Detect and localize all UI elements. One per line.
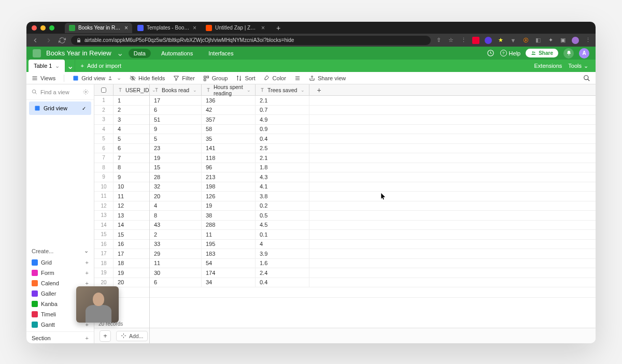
row-number[interactable]: 1 xyxy=(94,96,114,105)
cell[interactable]: 12 xyxy=(114,201,150,211)
extension-icon[interactable]: ⦿ xyxy=(522,37,529,44)
back-button[interactable] xyxy=(31,36,40,45)
extension-icon[interactable]: ★ xyxy=(497,37,504,44)
table-row[interactable]: 99282134.3 xyxy=(94,172,596,182)
cell[interactable]: 54 xyxy=(202,259,256,268)
cell[interactable]: 0.5 xyxy=(256,211,309,220)
table-row[interactable]: 1414432884.5 xyxy=(94,221,596,230)
add-menu-button[interactable]: Add... xyxy=(116,331,148,341)
cell[interactable]: 9 xyxy=(150,125,202,134)
chrome-menu-icon[interactable]: ⋮ xyxy=(584,37,591,44)
cell[interactable]: 3 xyxy=(114,115,150,124)
extension-icon[interactable]: ◧ xyxy=(534,37,542,44)
add-record-button[interactable]: + xyxy=(100,330,111,342)
column-header[interactable]: Books read⌄ xyxy=(150,84,202,95)
color-button[interactable]: Color xyxy=(264,75,286,81)
new-tab-button[interactable]: + xyxy=(273,24,284,32)
table-row[interactable]: 77191182.1 xyxy=(94,153,596,163)
close-tab-icon[interactable]: × xyxy=(261,24,265,32)
cell[interactable]: 13 xyxy=(114,211,150,220)
url-input[interactable]: airtable.com/appkM6uP5oF0qz5wS/tbltkpRvb… xyxy=(71,36,431,45)
row-number[interactable]: 15 xyxy=(94,230,114,239)
extension-icon[interactable] xyxy=(472,37,479,44)
cell[interactable]: 19 xyxy=(150,153,202,163)
row-number[interactable]: 18 xyxy=(94,259,114,268)
cell[interactable]: 6 xyxy=(114,144,150,153)
base-menu-caret[interactable]: ⌄ xyxy=(117,48,123,58)
table-row[interactable]: 8815961.8 xyxy=(94,163,596,173)
cell[interactable]: 43 xyxy=(150,221,202,230)
cell[interactable]: 136 xyxy=(202,96,256,105)
reload-button[interactable] xyxy=(58,36,67,45)
sort-button[interactable]: Sort xyxy=(236,75,255,81)
cell[interactable]: 18 xyxy=(114,259,150,268)
row-number[interactable]: 4 xyxy=(94,125,114,134)
row-number[interactable]: 5 xyxy=(94,134,114,143)
add-or-import-button[interactable]: +Add or import xyxy=(75,63,126,69)
cell[interactable]: 183 xyxy=(202,249,256,258)
row-number[interactable]: 9 xyxy=(94,172,114,182)
sidebar-viewtype-grid[interactable]: Grid+ xyxy=(26,257,94,268)
column-header[interactable]: Hours spent reading⌄ xyxy=(202,84,256,95)
cell[interactable]: 4.3 xyxy=(256,172,309,182)
table-row[interactable]: 1616331954 xyxy=(94,240,596,250)
views-sidebar-toggle[interactable]: Views xyxy=(32,75,55,81)
webcam-thumbnail[interactable] xyxy=(76,286,119,323)
maximize-window-button[interactable] xyxy=(49,25,54,31)
row-height-button[interactable] xyxy=(294,75,301,81)
cell[interactable]: 96 xyxy=(202,163,256,172)
cell[interactable]: 35 xyxy=(202,134,256,143)
cell[interactable]: 28 xyxy=(150,172,202,182)
cell[interactable]: 10 xyxy=(114,182,150,192)
row-number[interactable]: 14 xyxy=(94,221,114,230)
extension-icon[interactable]: ▣ xyxy=(559,37,567,44)
row-number[interactable]: 6 xyxy=(94,144,114,153)
table-row[interactable]: 15152110.1 xyxy=(94,230,596,240)
table-row[interactable]: 1111201263.8 xyxy=(94,192,596,201)
close-window-button[interactable] xyxy=(32,25,37,31)
cell[interactable]: 8 xyxy=(114,163,150,172)
cell[interactable]: 17 xyxy=(114,249,150,258)
chevron-down-icon[interactable]: ⌄ xyxy=(55,63,60,69)
cell[interactable]: 0.2 xyxy=(256,201,309,211)
cell[interactable]: 3.8 xyxy=(256,192,309,201)
cell[interactable]: 15 xyxy=(114,230,150,239)
group-button[interactable]: Group xyxy=(203,75,228,81)
row-number[interactable]: 11 xyxy=(94,192,114,201)
extension-icon[interactable] xyxy=(485,37,492,44)
sidebar-viewtype-form[interactable]: Form+ xyxy=(26,268,94,278)
cell[interactable]: 8 xyxy=(150,211,202,220)
create-view-header[interactable]: Create... ⌄ xyxy=(26,244,94,257)
cell[interactable]: 1.6 xyxy=(256,259,309,268)
chrome-tab[interactable]: Templates - Books - Year in Re× xyxy=(133,23,201,33)
cell[interactable]: 38 xyxy=(202,211,256,220)
table-row[interactable]: 20206340.4 xyxy=(94,278,596,288)
cell[interactable]: 34 xyxy=(202,278,256,287)
forward-button[interactable] xyxy=(44,36,53,45)
cell[interactable]: 2.5 xyxy=(256,144,309,153)
table-row[interactable]: 11171362.1 xyxy=(94,96,596,106)
nav-data[interactable]: Data xyxy=(129,49,151,58)
row-number[interactable]: 19 xyxy=(94,268,114,278)
cell[interactable]: 357 xyxy=(202,115,256,124)
table-tab[interactable]: Table 1 ⌄ xyxy=(29,60,65,72)
cell[interactable]: 16 xyxy=(114,240,150,249)
cell[interactable]: 11 xyxy=(114,192,150,201)
table-row[interactable]: 66231412.5 xyxy=(94,144,596,154)
cell[interactable]: 32 xyxy=(150,182,202,192)
cell[interactable]: 198 xyxy=(202,182,256,192)
cell[interactable]: 126 xyxy=(202,192,256,201)
cell[interactable]: 0.4 xyxy=(256,134,309,143)
cell[interactable]: 2 xyxy=(150,230,202,239)
row-number[interactable]: 8 xyxy=(94,163,114,172)
cell[interactable]: 141 xyxy=(202,144,256,153)
cell[interactable]: 2.1 xyxy=(256,153,309,163)
cell[interactable]: 19 xyxy=(114,268,150,278)
cell[interactable]: 4 xyxy=(114,125,150,134)
cell[interactable]: 14 xyxy=(114,221,150,230)
chevron-down-icon[interactable]: ⌄ xyxy=(301,88,305,93)
cell[interactable]: 0.9 xyxy=(256,125,309,134)
cell[interactable]: 2 xyxy=(114,106,150,115)
close-tab-icon[interactable]: × xyxy=(124,24,128,32)
cell[interactable]: 5 xyxy=(150,134,202,143)
